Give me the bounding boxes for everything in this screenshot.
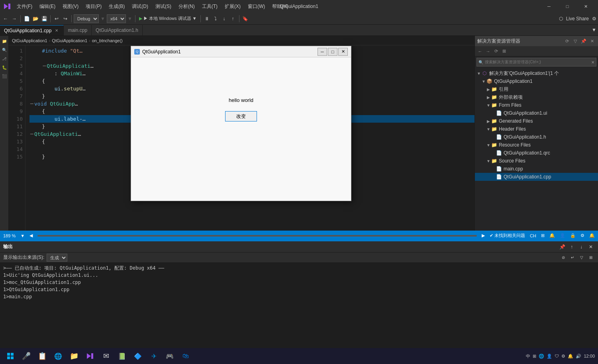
toolbar-attach[interactable]: ⏸ xyxy=(203,15,211,23)
tab-main-cpp[interactable]: main.cpp xyxy=(64,25,92,35)
activity-git-icon[interactable]: ⎇ xyxy=(1,55,8,62)
tree-solution-root[interactable]: ▼ ⬡ 解决方案'QtGuiApplication1'(1 个 xyxy=(475,69,598,77)
se-props-icon[interactable]: ⊞ xyxy=(500,48,508,55)
tree-file-main-cpp[interactable]: 📄 main.cpp xyxy=(475,165,598,173)
menu-tools[interactable]: 工具(T) xyxy=(199,2,221,12)
output-filter-icon[interactable]: ▽ xyxy=(578,254,586,262)
breadcrumb-project[interactable]: QtGuiApplication1 xyxy=(12,38,47,43)
output-close-icon[interactable]: ✕ xyxy=(587,243,595,251)
se-filter-icon[interactable]: ▽ xyxy=(572,37,579,45)
tree-form-files[interactable]: ▼ 📁 Form Files xyxy=(475,101,598,109)
se-pin-icon[interactable]: 📌 xyxy=(580,37,587,45)
taskbar-taskview[interactable]: 📋 xyxy=(35,349,49,363)
taskbar-green-app[interactable]: 📗 xyxy=(115,349,129,363)
toolbar-nav-back[interactable]: ← xyxy=(2,15,10,23)
taskbar-lang[interactable]: 中 xyxy=(526,353,530,359)
toolbar-bookmark[interactable]: 🔖 xyxy=(241,15,249,23)
taskbar-volume-icon[interactable]: 🔊 xyxy=(576,354,581,359)
toolbar-save[interactable]: 💾 xyxy=(40,15,48,23)
breadcrumb-method[interactable]: on_btnchange() xyxy=(92,38,123,43)
activity-explorer-icon[interactable]: 📁 xyxy=(1,37,8,45)
menu-test[interactable]: 测试(S) xyxy=(152,2,174,12)
se-search-clear-icon[interactable]: ✕ xyxy=(591,60,594,65)
tab-qtguiapplication-cpp[interactable]: QtGuiApplication1.cpp ✕ xyxy=(0,25,64,35)
toolbar-new[interactable]: 📄 xyxy=(23,15,31,23)
toolbar-step-out[interactable]: ↑ xyxy=(229,15,237,23)
se-sync-icon[interactable]: ⟳ xyxy=(563,37,571,45)
status-bell-icon[interactable]: 🔔 xyxy=(589,233,595,238)
activity-debug-icon[interactable]: 🐛 xyxy=(1,64,8,71)
taskbar-orange-app[interactable]: 🎮 xyxy=(163,349,177,363)
tree-file-ui[interactable]: 📄 QtGuiApplication1.ui xyxy=(475,109,598,117)
toolbar-step-into[interactable]: ↓ xyxy=(220,15,228,23)
tab-overflow-button[interactable]: ▼ xyxy=(590,24,598,35)
tree-header-files[interactable]: ▼ 📁 Header Files xyxy=(475,125,598,133)
se-forward-icon[interactable]: → xyxy=(484,48,492,55)
toolbar-redo[interactable]: ↪ xyxy=(61,15,69,23)
taskbar-search[interactable]: 🎤 xyxy=(19,349,33,363)
menu-project[interactable]: 项目(P) xyxy=(82,2,105,12)
build-config-dropdown[interactable]: Debug xyxy=(74,14,99,23)
tree-source-files[interactable]: ▼ 📁 Source Files xyxy=(475,157,598,165)
tab-qtguiapplication-h[interactable]: QtGuiApplication1.h xyxy=(92,25,143,35)
menu-extensions[interactable]: 扩展(X) xyxy=(222,2,244,12)
qt-maximize-button[interactable]: □ xyxy=(328,48,337,56)
se-close-icon[interactable]: ✕ xyxy=(588,37,596,45)
run-debugger-button[interactable]: ▶ ▶ 本地 Windows 调试器 ▼ xyxy=(137,15,198,22)
scroll-left-icon[interactable]: ◀ xyxy=(29,233,33,238)
tree-project[interactable]: ▼ 📦 QtGuiApplication1 xyxy=(475,77,598,85)
taskbar-notification-icon[interactable]: 🔔 xyxy=(568,354,573,359)
toolbar-nav-forward[interactable]: → xyxy=(10,15,18,23)
maximize-button[interactable]: □ xyxy=(558,0,576,13)
se-back-icon[interactable]: ← xyxy=(476,48,484,55)
toolbar-open[interactable]: 📂 xyxy=(31,15,39,23)
toolbar-undo[interactable]: ↩ xyxy=(53,15,61,23)
menu-file[interactable]: 文件(F) xyxy=(14,2,35,12)
status-settings-icon[interactable]: ⚙ xyxy=(580,233,584,238)
status-notification-icon[interactable]: 🔔 xyxy=(549,233,555,238)
se-refresh-icon[interactable]: ⟳ xyxy=(492,48,500,55)
taskbar-mail[interactable]: ✉ xyxy=(99,349,113,363)
taskbar-start[interactable] xyxy=(3,349,18,363)
menu-window[interactable]: 窗口(W) xyxy=(245,2,268,12)
tree-external-deps[interactable]: ▶ 📁 外部依赖项 xyxy=(475,93,598,101)
tree-generated-files[interactable]: ▶ 📁 Generated Files xyxy=(475,117,598,125)
activity-ext-icon[interactable]: ⬛ xyxy=(1,72,8,80)
tree-file-app-cpp[interactable]: 📄 QtGuiApplication1.cpp xyxy=(475,173,598,181)
output-jump-icon[interactable]: ⊞ xyxy=(587,254,595,262)
toolbar-settings-icon[interactable]: ⚙ xyxy=(592,16,596,22)
close-button[interactable]: ✕ xyxy=(576,0,595,13)
taskbar-blue-app[interactable]: 🔷 xyxy=(131,349,145,363)
taskbar-network-icon[interactable]: 🌐 xyxy=(539,354,544,359)
minimize-button[interactable]: ─ xyxy=(540,0,558,13)
taskbar-settings-icon[interactable]: ⚙ xyxy=(561,354,565,359)
taskbar-visualstudio[interactable] xyxy=(83,349,97,363)
tree-resource-files[interactable]: ▼ 📁 Resource Files xyxy=(475,141,598,149)
output-clear-icon[interactable]: ⊘ xyxy=(559,254,567,262)
menu-debug[interactable]: 调试(D) xyxy=(129,2,151,12)
taskbar-store[interactable]: 🛍 xyxy=(178,349,193,363)
toolbar-step-over[interactable]: ⤵ xyxy=(212,15,220,23)
output-pin-icon[interactable]: 📌 xyxy=(558,243,566,251)
menu-analyze[interactable]: 分析(N) xyxy=(175,2,198,12)
qt-app-window[interactable]: Q QtGuiApplication1 ─ □ ✕ hello world 改变 xyxy=(131,46,351,201)
status-account-icon[interactable]: 👤 xyxy=(560,233,565,238)
output-wrap-icon[interactable]: ↵ xyxy=(569,254,576,262)
activity-search-icon[interactable]: 🔍 xyxy=(1,46,8,53)
taskbar-account-icon[interactable]: 👤 xyxy=(547,354,552,359)
menu-view[interactable]: 视图(V) xyxy=(59,2,82,12)
taskbar-telegram[interactable]: ✈ xyxy=(147,349,161,363)
taskbar-explorer[interactable]: 📁 xyxy=(67,349,81,363)
tree-file-qrc[interactable]: 📄 QtGuiApplication1.qrc xyxy=(475,149,598,157)
menu-build[interactable]: 生成(B) xyxy=(106,2,128,12)
menu-edit[interactable]: 编辑(E) xyxy=(36,2,59,12)
output-source-dropdown[interactable]: 生成 xyxy=(47,254,67,262)
output-arrow-up-icon[interactable]: ↑ xyxy=(568,243,576,251)
tree-references[interactable]: ▶ 📁 引用 xyxy=(475,85,598,93)
platform-dropdown[interactable]: x64 xyxy=(107,14,126,23)
live-share-label[interactable]: Live Share xyxy=(566,16,589,22)
qt-change-button[interactable]: 改变 xyxy=(225,111,257,121)
output-arrow-down-icon[interactable]: ↓ xyxy=(577,243,585,251)
breadcrumb-file[interactable]: QtGuiApplication1 xyxy=(52,38,87,43)
taskbar-browser[interactable]: 🌐 xyxy=(51,349,65,363)
